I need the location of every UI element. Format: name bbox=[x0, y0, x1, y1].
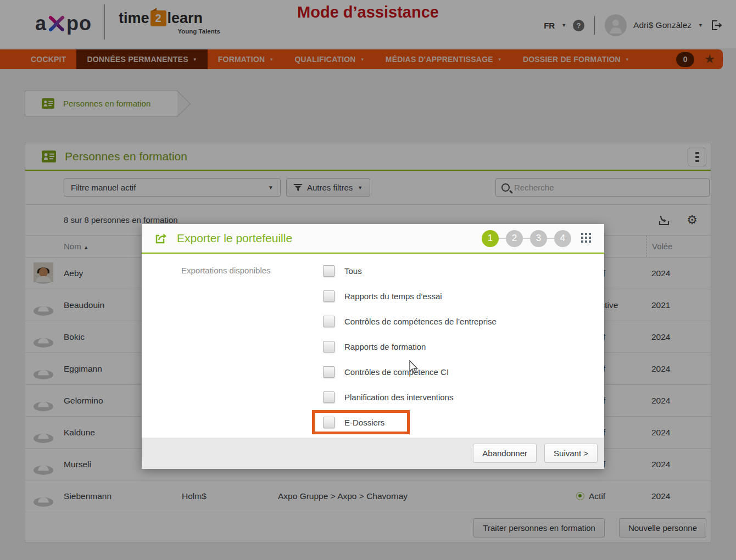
export-option-row: Rapports de formation bbox=[142, 334, 604, 359]
option-label: Planification des interventions bbox=[344, 393, 453, 402]
export-option-row: Planification des interventions bbox=[142, 384, 604, 410]
step-2[interactable]: 2 bbox=[506, 230, 523, 247]
option-label: Contrôles de compétences de l’entreprise bbox=[344, 317, 497, 326]
option-label: Rapports de formation bbox=[344, 342, 426, 351]
step-3[interactable]: 3 bbox=[530, 230, 547, 247]
option-label: Tous bbox=[344, 266, 362, 276]
app-screen: a po time 2 learn bbox=[0, 0, 736, 560]
next-button[interactable]: Suivant > bbox=[544, 444, 598, 463]
option-checkbox-controles-ci[interactable] bbox=[323, 366, 334, 378]
export-option-row-highlighted: E-Dossiers bbox=[142, 410, 604, 435]
option-checkbox-rapports-formation[interactable] bbox=[323, 341, 334, 352]
export-option-row: Contrôles de compétence CI bbox=[142, 359, 604, 384]
cancel-button[interactable]: Abandonner bbox=[473, 444, 537, 463]
modal-header: Exporter le portefeuille 1 2 3 4 bbox=[142, 224, 604, 254]
option-label: Contrôles de compétence CI bbox=[344, 367, 449, 377]
option-checkbox-e-dossiers[interactable] bbox=[323, 417, 334, 428]
export-option-row: Rapports du temps d’essai bbox=[142, 283, 604, 309]
option-checkbox-rapports-temps-essai[interactable] bbox=[323, 290, 334, 302]
option-checkbox-tous[interactable] bbox=[323, 265, 334, 277]
export-share-icon bbox=[154, 232, 168, 245]
mouse-cursor bbox=[409, 360, 420, 376]
option-label: Rapports du temps d’essai bbox=[344, 292, 442, 301]
export-option-row: Tous bbox=[142, 258, 604, 283]
modal-body: Exportations disponibles Tous Rapports d… bbox=[142, 254, 604, 438]
option-checkbox-planification[interactable] bbox=[323, 391, 334, 403]
wizard-steps: 1 2 3 4 bbox=[482, 230, 571, 247]
option-label: E-Dossiers bbox=[344, 418, 384, 427]
export-portfolio-modal: Exporter le portefeuille 1 2 3 4 Exporta… bbox=[142, 224, 604, 469]
step-1[interactable]: 1 bbox=[482, 230, 499, 247]
export-option-row: Contrôles de compétences de l’entreprise bbox=[142, 309, 604, 334]
modal-footer: Abandonner Suivant > bbox=[142, 438, 604, 469]
step-4[interactable]: 4 bbox=[554, 230, 571, 247]
grid-menu-icon[interactable] bbox=[581, 233, 592, 244]
option-checkbox-controles-entreprise[interactable] bbox=[323, 316, 334, 327]
modal-title: Exporter le portefeuille bbox=[177, 232, 482, 245]
